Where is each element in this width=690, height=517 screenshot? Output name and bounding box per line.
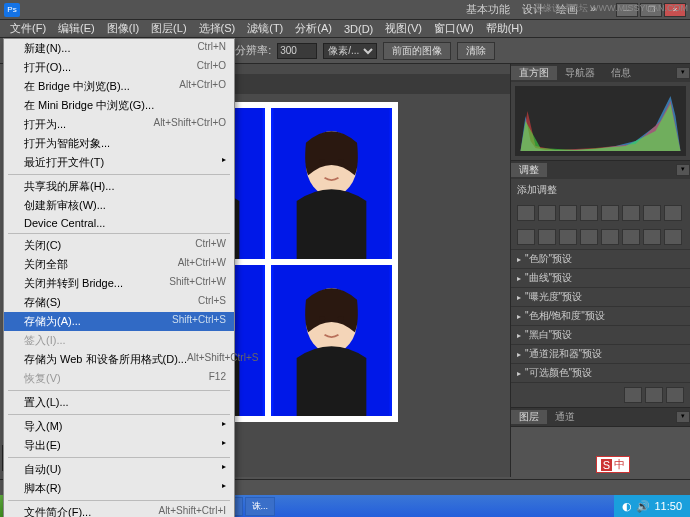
id-photo bbox=[271, 265, 392, 416]
photo-filter-icon[interactable] bbox=[664, 205, 682, 221]
add-adjustment-label: 添加调整 bbox=[511, 179, 690, 201]
unit-select[interactable]: 像素/... bbox=[323, 43, 377, 59]
menu-3d[interactable]: 3D(D) bbox=[338, 23, 379, 35]
preset-item[interactable]: "色相/饱和度"预设 bbox=[511, 306, 690, 325]
panel-menu-icon[interactable]: ▾ bbox=[676, 164, 690, 176]
file-menu-dropdown[interactable]: 新建(N)...Ctrl+N打开(O)...Ctrl+O在 Bridge 中浏览… bbox=[3, 38, 235, 517]
preset-action-icon[interactable] bbox=[645, 387, 663, 403]
menu-layer[interactable]: 图层(L) bbox=[145, 21, 192, 36]
menu-item[interactable]: 打开(O)...Ctrl+O bbox=[4, 58, 234, 77]
menu-filter[interactable]: 滤镜(T) bbox=[241, 21, 289, 36]
exposure-icon[interactable] bbox=[580, 205, 598, 221]
svg-point-6 bbox=[319, 159, 325, 164]
adj-extra1-icon[interactable] bbox=[643, 229, 661, 245]
navigator-tab[interactable]: 导航器 bbox=[557, 66, 603, 80]
menu-item[interactable]: 脚本(R)▸ bbox=[4, 479, 234, 498]
menu-window[interactable]: 窗口(W) bbox=[428, 21, 480, 36]
svg-point-15 bbox=[338, 316, 344, 321]
menu-item[interactable]: 自动(U)▸ bbox=[4, 460, 234, 479]
clock[interactable]: 11:50 bbox=[654, 500, 682, 512]
menu-item[interactable]: 共享我的屏幕(H)... bbox=[4, 177, 234, 196]
channels-tab[interactable]: 通道 bbox=[547, 410, 583, 424]
trash-icon[interactable] bbox=[666, 387, 684, 403]
menu-item[interactable]: 关闭(C)Ctrl+W bbox=[4, 236, 234, 255]
panels: 直方图 导航器 信息 ▾ 调整▾ 添加调整 "色阶"预设"曲线"预设"曝光度"预… bbox=[510, 64, 690, 477]
menu-item: 恢复(V)F12 bbox=[4, 369, 234, 388]
histogram bbox=[515, 86, 686, 156]
menu-item[interactable]: 置入(L)... bbox=[4, 393, 234, 412]
front-image-button[interactable]: 前面的图像 bbox=[383, 42, 451, 60]
menu-analysis[interactable]: 分析(A) bbox=[289, 21, 338, 36]
info-tab[interactable]: 信息 bbox=[603, 66, 639, 80]
menu-item[interactable]: 关闭并转到 Bridge...Shift+Ctrl+W bbox=[4, 274, 234, 293]
menu-item[interactable]: 在 Mini Bridge 中浏览(G)... bbox=[4, 96, 234, 115]
preset-item[interactable]: "可选颜色"预设 bbox=[511, 363, 690, 382]
invert-icon[interactable] bbox=[538, 229, 556, 245]
menu-bar[interactable]: 文件(F) 编辑(E) 图像(I) 图层(L) 选择(S) 滤镜(T) 分析(A… bbox=[0, 20, 690, 38]
adj-extra2-icon[interactable] bbox=[664, 229, 682, 245]
preset-action-icon[interactable] bbox=[624, 387, 642, 403]
app-icon: Ps bbox=[4, 3, 20, 17]
menu-item[interactable]: 创建新审核(W)... bbox=[4, 196, 234, 215]
tray-icon[interactable]: ◐ bbox=[622, 500, 632, 513]
menu-item[interactable]: 在 Bridge 中浏览(B)...Alt+Ctrl+O bbox=[4, 77, 234, 96]
bw-icon[interactable] bbox=[643, 205, 661, 221]
hue-icon[interactable] bbox=[622, 205, 640, 221]
svg-point-7 bbox=[338, 159, 344, 164]
curves-icon[interactable] bbox=[559, 205, 577, 221]
system-tray[interactable]: ◐ 🔊 11:50 bbox=[614, 495, 690, 517]
menu-item[interactable]: Device Central... bbox=[4, 215, 234, 231]
preset-item[interactable]: "曝光度"预设 bbox=[511, 287, 690, 306]
preset-item[interactable]: "色阶"预设 bbox=[511, 249, 690, 268]
brightness-icon[interactable] bbox=[517, 205, 535, 221]
menu-item[interactable]: 打开为智能对象... bbox=[4, 134, 234, 153]
panel-menu-icon[interactable]: ▾ bbox=[676, 67, 690, 79]
threshold-icon[interactable] bbox=[580, 229, 598, 245]
preset-item[interactable]: "黑白"预设 bbox=[511, 325, 690, 344]
menu-item[interactable]: 新建(N)...Ctrl+N bbox=[4, 39, 234, 58]
menu-item[interactable]: 存储为 Web 和设备所用格式(D)...Alt+Shift+Ctrl+S bbox=[4, 350, 234, 369]
preset-item[interactable]: "通道混和器"预设 bbox=[511, 344, 690, 363]
menu-help[interactable]: 帮助(H) bbox=[480, 21, 529, 36]
panel-menu-icon[interactable]: ▾ bbox=[676, 411, 690, 423]
ime-badge[interactable]: S中 bbox=[596, 456, 630, 473]
preset-item[interactable]: "曲线"预设 bbox=[511, 268, 690, 287]
channel-mixer-icon[interactable] bbox=[517, 229, 535, 245]
menu-item[interactable]: 存储为(A)...Shift+Ctrl+S bbox=[4, 312, 234, 331]
menu-view[interactable]: 视图(V) bbox=[379, 21, 428, 36]
menu-edit[interactable]: 编辑(E) bbox=[52, 21, 101, 36]
menu-item[interactable]: 最近打开文件(T)▸ bbox=[4, 153, 234, 172]
tray-icon[interactable]: 🔊 bbox=[636, 500, 650, 513]
posterize-icon[interactable] bbox=[559, 229, 577, 245]
taskbar-item[interactable]: 诛... bbox=[245, 497, 276, 516]
histogram-tab[interactable]: 直方图 bbox=[511, 66, 557, 80]
menu-item[interactable]: 导出(E)▸ bbox=[4, 436, 234, 455]
adjustment-icons[interactable] bbox=[511, 201, 690, 225]
layers-tab[interactable]: 图层 bbox=[511, 410, 547, 424]
menu-item[interactable]: 文件简介(F)...Alt+Shift+Ctrl+I bbox=[4, 503, 234, 517]
levels-icon[interactable] bbox=[538, 205, 556, 221]
menu-item[interactable]: 打开为...Alt+Shift+Ctrl+O bbox=[4, 115, 234, 134]
menu-image[interactable]: 图像(I) bbox=[101, 21, 145, 36]
svg-point-14 bbox=[319, 316, 325, 321]
adjustments-tab[interactable]: 调整 bbox=[511, 163, 547, 177]
vibrance-icon[interactable] bbox=[601, 205, 619, 221]
menu-select[interactable]: 选择(S) bbox=[193, 21, 242, 36]
menu-item[interactable]: 导入(M)▸ bbox=[4, 417, 234, 436]
menu-item[interactable]: 存储(S)Ctrl+S bbox=[4, 293, 234, 312]
clear-button[interactable]: 清除 bbox=[457, 42, 495, 60]
selective-color-icon[interactable] bbox=[622, 229, 640, 245]
menu-file[interactable]: 文件(F) bbox=[4, 21, 52, 36]
resolution-input[interactable] bbox=[277, 43, 317, 59]
gradient-map-icon[interactable] bbox=[601, 229, 619, 245]
watermark: 思缘设计论坛 WWW.MISSYUAN.COM bbox=[534, 2, 689, 15]
menu-item: 签入(I)... bbox=[4, 331, 234, 350]
id-photo bbox=[271, 108, 392, 259]
menu-item[interactable]: 关闭全部Alt+Ctrl+W bbox=[4, 255, 234, 274]
